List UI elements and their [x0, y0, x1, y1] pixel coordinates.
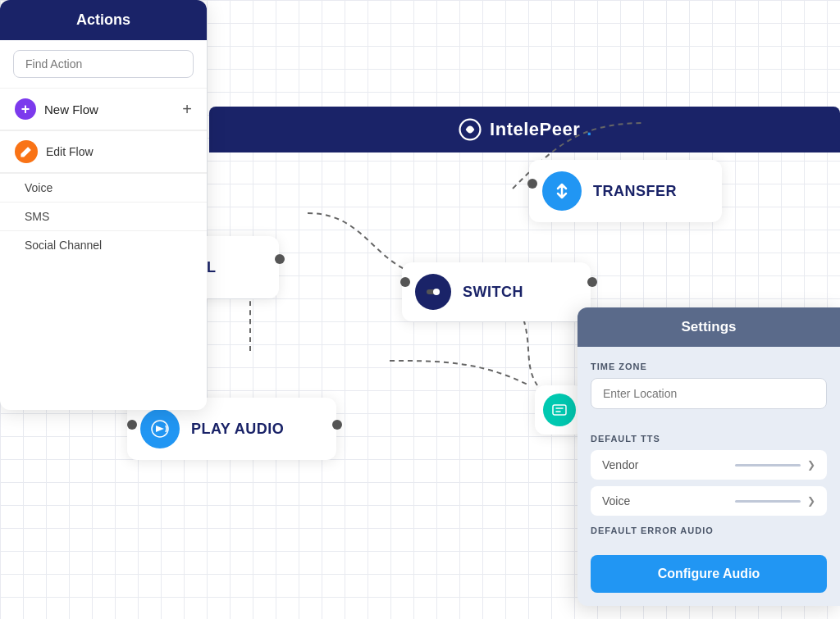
transfer-left-dot [527, 179, 537, 189]
transfer-node[interactable]: TRANSFER [529, 160, 722, 222]
switch-node[interactable]: SWITCH [402, 262, 591, 321]
vendor-line [735, 464, 801, 467]
svg-rect-4 [553, 405, 566, 415]
edit-flow-item[interactable]: Edit Flow [0, 131, 207, 172]
timezone-section: TIME ZONE [591, 362, 827, 424]
switch-right-dot [587, 277, 597, 287]
logo-text: IntelePeer [490, 119, 580, 140]
header-bar: IntelePeer. [209, 107, 840, 152]
small-node-icon [543, 394, 576, 426]
sidebar: Actions + New Flow + Edit Flow Voice SMS… [0, 0, 207, 410]
transfer-icon [542, 171, 582, 211]
edit-flow-icon [15, 140, 38, 163]
settings-panel: Settings TIME ZONE DEFAULT TTS Vendor ❯ … [578, 307, 840, 606]
logo-icon [457, 116, 483, 143]
settings-body: TIME ZONE DEFAULT TTS Vendor ❯ Voice ❯ [578, 347, 840, 535]
voice-chevron: ❯ [807, 495, 815, 507]
playaudio-icon [140, 409, 180, 448]
sidebar-search-container [0, 40, 207, 89]
switch-label: SWITCH [463, 284, 523, 301]
new-flow-left: + New Flow [15, 98, 98, 120]
timezone-label: TIME ZONE [591, 362, 827, 371]
tts-label: DEFAULT TTS [591, 434, 827, 444]
vendor-controls: ❯ [735, 459, 815, 471]
tts-section: DEFAULT TTS Vendor ❯ Voice ❯ [591, 434, 827, 516]
logo: IntelePeer. [457, 116, 592, 143]
playaudio-left-dot [127, 420, 137, 430]
new-flow-label: New Flow [44, 102, 98, 116]
timezone-input[interactable] [591, 378, 827, 409]
edit-flow-label: Edit Flow [46, 145, 94, 158]
switch-icon [415, 274, 451, 310]
vendor-chevron: ❯ [807, 459, 815, 471]
icall-right-dot [275, 254, 285, 264]
playaudio-label: PLAY AUDIO [191, 421, 284, 438]
voice-line [735, 500, 801, 503]
sidebar-voice-item[interactable]: Voice [0, 173, 207, 202]
vendor-label: Vendor [602, 458, 638, 471]
logo-dot: . [587, 119, 592, 140]
new-flow-row: + New Flow + [0, 89, 207, 130]
sidebar-sms-item[interactable]: SMS [0, 202, 207, 230]
transfer-label: TRANSFER [593, 183, 677, 200]
error-audio-section: DEFAULT ERROR AUDIO [591, 526, 827, 535]
voice-controls: ❯ [735, 495, 815, 507]
vendor-row[interactable]: Vendor ❯ [591, 450, 827, 480]
small-node[interactable] [535, 385, 584, 435]
new-flow-icon: + [15, 98, 36, 120]
configure-audio-button[interactable]: Configure Audio [591, 555, 827, 593]
voice-label: Voice [602, 494, 630, 507]
search-input[interactable] [13, 50, 194, 78]
svg-point-3 [433, 289, 440, 295]
add-flow-button[interactable]: + [182, 100, 192, 119]
voice-row[interactable]: Voice ❯ [591, 486, 827, 516]
error-audio-label: DEFAULT ERROR AUDIO [591, 526, 827, 535]
switch-left-dot [400, 277, 410, 287]
sidebar-title: Actions [0, 0, 207, 40]
settings-title: Settings [578, 307, 840, 347]
playaudio-right-dot [332, 420, 342, 430]
sidebar-social-item[interactable]: Social Channel [0, 230, 207, 259]
